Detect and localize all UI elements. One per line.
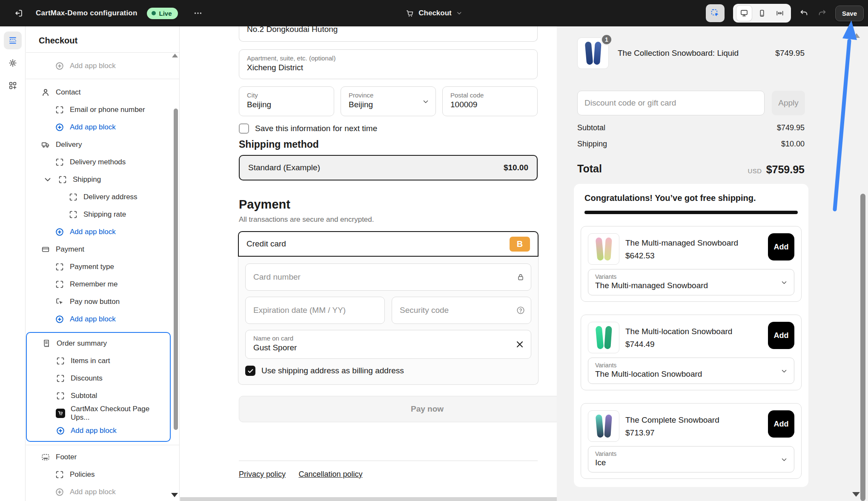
sidebar-item-payment-type[interactable]: Payment type bbox=[26, 258, 179, 275]
add-product-button[interactable]: Add bbox=[768, 410, 794, 438]
order-summary-selected-group: Order summary Items in cart Discounts Su… bbox=[26, 332, 171, 442]
divider bbox=[239, 461, 538, 461]
add-product-button[interactable]: Add bbox=[768, 233, 794, 261]
exit-icon bbox=[14, 9, 23, 18]
summary-scroll-down-icon[interactable] bbox=[852, 492, 860, 497]
upsell-title: The Complete Snowboard bbox=[625, 415, 719, 425]
brackets-icon bbox=[55, 470, 64, 479]
card-number-input[interactable] bbox=[245, 263, 531, 291]
payment-heading: Payment bbox=[239, 198, 538, 212]
person-icon bbox=[41, 88, 50, 97]
payment-card-icon bbox=[41, 245, 50, 254]
sidebar-scrollbar-thumb[interactable] bbox=[174, 109, 178, 430]
desktop-view-button[interactable] bbox=[736, 6, 752, 21]
undo-icon bbox=[799, 9, 809, 18]
apply-discount-button[interactable]: Apply bbox=[772, 91, 805, 115]
shipping-method-option[interactable]: Standard (Example) $10.00 bbox=[239, 155, 538, 180]
fullwidth-view-button[interactable] bbox=[772, 6, 788, 21]
name-on-card-field[interactable]: Name on card Gust Sporer bbox=[245, 330, 531, 359]
sidebar-item-remember-me[interactable]: Remember me bbox=[26, 275, 179, 293]
variants-select[interactable]: Variants The Multi-managed Snowboard bbox=[588, 269, 794, 295]
apartment-field[interactable]: Apartment, suite, etc. (optional) Xichen… bbox=[239, 49, 538, 79]
total-amount: USD $759.95 bbox=[748, 163, 805, 176]
summary-scroll-up-icon[interactable] bbox=[853, 33, 860, 38]
sidebar-section-order-summary[interactable]: Order summary bbox=[27, 335, 170, 352]
postal-code-field[interactable]: Postal code 100009 bbox=[442, 86, 538, 116]
line-item-thumbnail: 1 bbox=[577, 37, 609, 69]
upsell-thumbnail bbox=[588, 410, 619, 442]
receipt-icon bbox=[42, 339, 51, 348]
subtotal-value: $749.95 bbox=[777, 123, 805, 132]
more-actions-button[interactable] bbox=[193, 9, 203, 18]
live-dot-icon bbox=[152, 11, 156, 15]
security-code-input[interactable] bbox=[392, 297, 531, 324]
sidebar-section-contact[interactable]: Contact bbox=[26, 83, 179, 101]
sidebar-item-shipping[interactable]: Shipping bbox=[26, 171, 179, 188]
sidebar-scroll-down-icon[interactable] bbox=[171, 493, 178, 497]
expiration-date-input[interactable] bbox=[245, 297, 385, 324]
sidebar-section-footer[interactable]: Footer bbox=[26, 448, 179, 466]
sidebar-add-app-block-order-summary[interactable]: Add app block bbox=[27, 422, 170, 439]
plus-circle-icon bbox=[55, 123, 64, 132]
sidebar-item-cartmax-upsell-app[interactable]: CartMax Checkout Page Ups... bbox=[27, 404, 170, 422]
sidebar-add-app-block-header[interactable]: Add app block bbox=[26, 57, 179, 74]
sidebar-item-discounts[interactable]: Discounts bbox=[27, 369, 170, 387]
address-field[interactable]: No.2 Dongkoudai Hutong bbox=[239, 26, 538, 42]
city-field[interactable]: City Beijing bbox=[239, 86, 334, 116]
province-select[interactable]: Province Beijing bbox=[341, 86, 436, 116]
preview-horizontal-scrollbar[interactable] bbox=[180, 497, 557, 501]
sidebar-item-email-or-phone[interactable]: Email or phone number bbox=[26, 101, 179, 118]
upsell-card: The Multi-managed Snowboard $642.53 Add … bbox=[581, 226, 802, 302]
ellipsis-icon bbox=[193, 9, 203, 18]
snowboard-image bbox=[604, 415, 612, 438]
cancellation-policy-link[interactable]: Cancellation policy bbox=[298, 470, 362, 478]
rail-apps-button[interactable] bbox=[4, 77, 22, 94]
sidebar-item-policies[interactable]: Policies bbox=[26, 466, 179, 483]
select-tool-icon bbox=[710, 9, 720, 18]
sidebar-add-app-block-delivery[interactable]: Add app block bbox=[26, 223, 179, 240]
sidebar-item-delivery-methods[interactable]: Delivery methods bbox=[26, 153, 179, 171]
clear-x-icon[interactable] bbox=[515, 339, 525, 349]
help-question-icon[interactable] bbox=[516, 306, 525, 315]
chevron-down-icon[interactable] bbox=[43, 175, 52, 184]
device-preview-toggle bbox=[733, 4, 791, 23]
inspector-select-tool-button[interactable] bbox=[706, 4, 725, 22]
save-button[interactable]: Save bbox=[835, 6, 864, 21]
quantity-badge: 1 bbox=[601, 34, 613, 46]
sidebar-item-items-in-cart[interactable]: Items in cart bbox=[27, 352, 170, 369]
sidebar-section-delivery[interactable]: Delivery bbox=[26, 136, 179, 153]
exit-editor-button[interactable] bbox=[11, 6, 26, 21]
billing-address-checkbox[interactable] bbox=[245, 366, 255, 376]
snowboard-image bbox=[595, 237, 604, 261]
privacy-policy-link[interactable]: Privacy policy bbox=[239, 470, 286, 478]
sidebar-add-app-block-footer[interactable]: Add app block bbox=[26, 483, 179, 501]
add-product-button[interactable]: Add bbox=[768, 322, 794, 349]
lock-icon bbox=[516, 272, 525, 282]
redo-button[interactable] bbox=[817, 9, 827, 18]
sidebar-item-delivery-address[interactable]: Delivery address bbox=[26, 188, 179, 206]
save-info-checkbox[interactable] bbox=[239, 123, 249, 134]
sidebar-add-app-block-payment[interactable]: Add app block bbox=[26, 310, 179, 328]
mobile-icon bbox=[758, 9, 766, 17]
plus-circle-icon bbox=[56, 426, 65, 435]
sidebar-item-shipping-rate[interactable]: Shipping rate bbox=[26, 206, 179, 223]
rail-sections-button[interactable] bbox=[4, 31, 22, 49]
summary-scrollbar-thumb[interactable] bbox=[860, 194, 865, 501]
credit-card-option[interactable]: Credit card B bbox=[238, 231, 539, 257]
topbar: CartMax-Demo configuration Live Checkout… bbox=[0, 0, 868, 26]
shipping-value: $10.00 bbox=[781, 140, 805, 149]
sidebar-scroll-up-icon[interactable] bbox=[172, 54, 178, 57]
sidebar-item-subtotal[interactable]: Subtotal bbox=[27, 387, 170, 404]
sidebar-add-app-block-contact[interactable]: Add app block bbox=[26, 118, 179, 136]
variants-select[interactable]: Variants Ice bbox=[588, 446, 794, 472]
sidebar-item-pay-now-button[interactable]: Pay now button bbox=[26, 293, 179, 310]
brackets-icon bbox=[55, 280, 64, 289]
rail-settings-button[interactable] bbox=[4, 54, 22, 72]
discount-code-input[interactable] bbox=[577, 91, 765, 115]
mobile-view-button[interactable] bbox=[754, 6, 770, 21]
sidebar-section-payment[interactable]: Payment bbox=[26, 240, 179, 258]
brackets-icon bbox=[55, 262, 64, 272]
page-selector[interactable]: Checkout bbox=[405, 0, 462, 26]
variants-select[interactable]: Variants The Multi-location Snowboard bbox=[588, 358, 794, 384]
undo-button[interactable] bbox=[799, 9, 809, 18]
